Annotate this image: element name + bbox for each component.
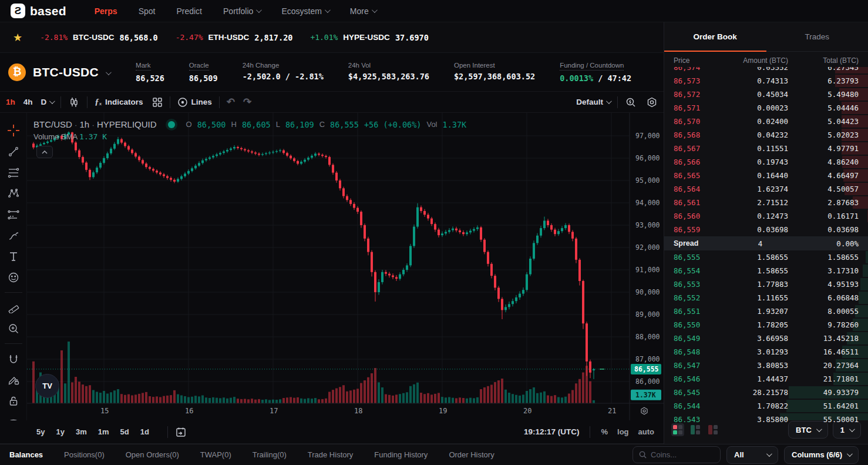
- lines-button[interactable]: Lines: [177, 97, 211, 108]
- order-book-row-ask[interactable]: 86,5600.124730.16171: [664, 209, 868, 223]
- bottom-tab-funding-history[interactable]: Funding History: [374, 450, 428, 459]
- ruler-tool-icon[interactable]: [4, 298, 23, 317]
- bottom-tab-trailing-[interactable]: Trailing(0): [253, 450, 287, 459]
- order-book-row-ask[interactable]: 86,5641.623744.50057: [664, 182, 868, 196]
- order-book-row-bid[interactable]: 86,5541.586553.17310: [664, 264, 868, 277]
- nav-item-predict[interactable]: Predict: [176, 6, 202, 16]
- interval-4h[interactable]: 4h: [23, 98, 33, 106]
- bottom-tab-trade-history[interactable]: Trade History: [308, 450, 354, 459]
- drawing-mode-lock-tool-icon[interactable]: [4, 370, 23, 390]
- lock-all-tool-icon[interactable]: [4, 392, 23, 411]
- redo-button[interactable]: ↷: [243, 96, 251, 108]
- nav-item-portfolio[interactable]: Portfolio: [223, 6, 260, 16]
- bottom-tab-order-history[interactable]: Order History: [449, 450, 494, 459]
- undo-button[interactable]: ↶: [227, 96, 235, 108]
- range-1m[interactable]: 1m: [98, 427, 109, 436]
- chart-area[interactable]: 97,00096,00095,00094,00093,00092,00091,0…: [27, 113, 664, 420]
- order-book-row-bid[interactable]: 86,5441.7082251.64201: [664, 399, 868, 413]
- forecast-tool-icon[interactable]: [4, 205, 23, 225]
- columns-select[interactable]: Columns (6/6): [784, 446, 859, 464]
- magnet-tool-icon[interactable]: [4, 349, 23, 369]
- order-book-row-bid[interactable]: 86,5521.116556.06848: [664, 291, 868, 305]
- order-book-row-ask[interactable]: 86,5590.036980.03698: [664, 223, 868, 236]
- stat-label[interactable]: Mark: [136, 62, 151, 71]
- order-book-row-ask[interactable]: 86,5660.197434.86240: [664, 155, 868, 169]
- order-book-row-bid[interactable]: 86,5433.8580055.50001: [664, 413, 868, 422]
- nav-item-perps[interactable]: Perps: [95, 6, 117, 16]
- order-book-row-ask[interactable]: 86,5740.035526.27345: [664, 67, 868, 74]
- text-tool-icon[interactable]: [4, 247, 23, 266]
- range-3m[interactable]: 3m: [76, 427, 87, 436]
- order-book-row-ask[interactable]: 86,5720.450345.49480: [664, 88, 868, 101]
- order-book-row-bid[interactable]: 86,5531.778834.95193: [664, 277, 868, 291]
- coins-search[interactable]: [633, 446, 721, 463]
- book-view-combined-icon[interactable]: [671, 423, 684, 436]
- candlestick-chart[interactable]: 97,00096,00095,00094,00093,00092,00091,0…: [27, 113, 664, 420]
- book-grouping-select[interactable]: 1: [833, 421, 861, 439]
- layout-select[interactable]: Default: [576, 98, 610, 106]
- indicators-button[interactable]: ƒₓ Indicators: [95, 97, 143, 107]
- chart-settings-icon[interactable]: [646, 96, 658, 108]
- ticker-item[interactable]: -2.81%BTC-USDC86,568.0: [40, 33, 158, 42]
- nav-item-spot[interactable]: Spot: [139, 6, 156, 16]
- order-book-row-ask[interactable]: 86,5730.743136.23793: [664, 74, 868, 88]
- clock-utc[interactable]: 19:12:17 (UTC): [524, 427, 580, 436]
- scale-log[interactable]: log: [617, 427, 629, 436]
- layout-grid-icon[interactable]: [152, 97, 163, 108]
- scale-auto[interactable]: auto: [638, 427, 654, 436]
- scale-percent[interactable]: %: [601, 427, 608, 436]
- order-book-row-bid[interactable]: 86,5493.6695813.45218: [664, 332, 868, 345]
- interval-d[interactable]: D: [41, 98, 54, 106]
- stat-label[interactable]: Funding / Countdown: [560, 62, 624, 71]
- fib-retracement-tool-icon[interactable]: [4, 163, 23, 182]
- ticker-item[interactable]: -2.47%ETH-USDC2,817.20: [176, 33, 293, 42]
- book-view-bids-icon[interactable]: [689, 423, 702, 436]
- bottom-tab-positions-[interactable]: Positions(0): [64, 450, 105, 459]
- legend-symbol[interactable]: BTC/USD · 1h · HYPERLIQUID: [33, 119, 157, 129]
- price-axis-settings-icon[interactable]: [639, 406, 650, 418]
- nav-item-more[interactable]: More: [350, 6, 376, 16]
- range-1y[interactable]: 1y: [56, 427, 64, 436]
- tab-order-book[interactable]: Order Book: [664, 22, 766, 51]
- candle-style-icon[interactable]: [68, 96, 80, 108]
- order-book-row-bid[interactable]: 86,54528.2157849.93379: [664, 386, 868, 399]
- legend-collapse-button[interactable]: [36, 146, 53, 158]
- book-asset-select[interactable]: BTC: [788, 421, 828, 439]
- order-book-row-bid[interactable]: 86,5551.586551.58655: [664, 250, 868, 264]
- volume-sma-legend[interactable]: Volume SMA 1.37 K: [33, 132, 107, 141]
- order-book-row-ask[interactable]: 86,5710.000235.04446: [664, 101, 868, 115]
- quick-search-icon[interactable]: [625, 96, 637, 108]
- order-book-row-ask[interactable]: 86,5670.115514.97791: [664, 142, 868, 155]
- order-book-row-bid[interactable]: 86,5461.4443721.71801: [664, 372, 868, 386]
- crosshair-tool-icon[interactable]: [4, 121, 23, 140]
- coins-search-input[interactable]: [651, 450, 709, 459]
- brush-tool-icon[interactable]: [4, 226, 23, 245]
- zoom-in-tool-icon[interactable]: [4, 319, 23, 339]
- brand-logo[interactable]: Ƨ based: [11, 4, 66, 18]
- bottom-tab-twap-[interactable]: TWAP(0): [200, 450, 231, 459]
- filter-all-select[interactable]: All: [726, 446, 778, 464]
- tradingview-logo[interactable]: TV: [35, 374, 59, 398]
- range-5d[interactable]: 5d: [120, 427, 129, 436]
- order-book-row-ask[interactable]: 86,5700.024005.04423: [664, 115, 868, 128]
- stat-label[interactable]: Oracle: [189, 62, 209, 71]
- order-book-row-ask[interactable]: 86,5650.164404.66497: [664, 169, 868, 182]
- go-to-date-icon[interactable]: [175, 426, 187, 438]
- order-book-row-bid[interactable]: 86,5483.0129316.46511: [664, 345, 868, 359]
- order-book-row-bid[interactable]: 86,5473.8085320.27364: [664, 359, 868, 372]
- order-book-row-ask[interactable]: 86,5612.715122.87683: [664, 196, 868, 209]
- nav-item-ecosystem[interactable]: Ecosystem: [281, 6, 328, 16]
- ticker-item[interactable]: +1.01%HYPE-USDC37.6970: [310, 33, 428, 42]
- order-book-row-bid[interactable]: 86,5511.932078.00055: [664, 305, 868, 318]
- range-5y[interactable]: 5y: [36, 427, 45, 436]
- order-book-row-ask[interactable]: 86,5680.042325.02023: [664, 128, 868, 142]
- tab-trades[interactable]: Trades: [766, 22, 868, 51]
- chevron-down-icon[interactable]: [106, 69, 112, 75]
- star-icon[interactable]: ★: [13, 31, 22, 44]
- book-view-asks-icon[interactable]: [706, 423, 719, 436]
- bottom-tab-balances[interactable]: Balances: [9, 450, 43, 459]
- interval-1h[interactable]: 1h: [6, 98, 15, 106]
- xabcd-pattern-tool-icon[interactable]: [4, 184, 23, 203]
- order-book-row-bid[interactable]: 86,5501.782059.78260: [664, 318, 868, 332]
- trend-line-tool-icon[interactable]: [4, 142, 23, 162]
